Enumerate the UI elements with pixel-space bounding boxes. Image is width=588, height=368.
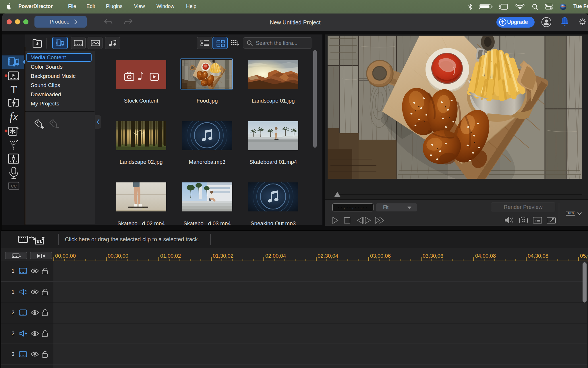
svg-text:CC: CC [11,184,17,188]
